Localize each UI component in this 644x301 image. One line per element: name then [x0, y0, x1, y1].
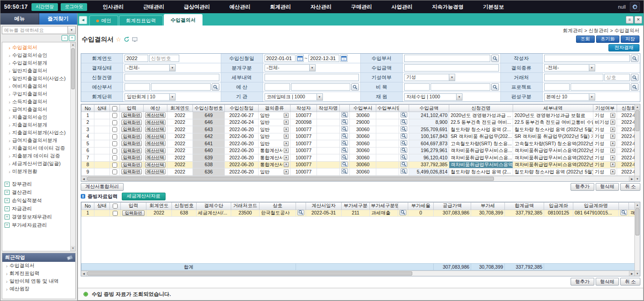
- date-input[interactable]: [265, 55, 296, 62]
- favorites-tab[interactable]: 즐겨찾기: [39, 13, 78, 25]
- row-checkbox[interactable]: [112, 155, 117, 160]
- tab-close-button[interactable]: ✕: [634, 16, 642, 24]
- delete-row-button[interactable]: 행삭제: [596, 278, 619, 286]
- search-lookup-button[interactable]: [212, 83, 219, 91]
- scroll-down-button[interactable]: ▼: [635, 270, 640, 276]
- sidebar-item[interactable]: ›지출결의서승인: [2, 113, 75, 121]
- form-input[interactable]: [149, 55, 179, 62]
- row-budget-button[interactable]: 예산선택: [145, 120, 166, 125]
- search-lookup-button[interactable]: [341, 126, 348, 132]
- menu-tab[interactable]: 메뉴: [0, 13, 39, 25]
- scroll-track[interactable]: [635, 208, 640, 271]
- grid-row[interactable]: 1입력화면예산선택20226492022-06-27일반▼10007730060…: [82, 112, 635, 119]
- search-lookup-button[interactable]: [631, 83, 639, 91]
- scroll-thumb[interactable]: [71, 48, 75, 89]
- logout-button[interactable]: 로그아웃: [61, 3, 87, 11]
- form-input[interactable]: [544, 55, 630, 62]
- calendar-button[interactable]: [296, 55, 304, 62]
- search-lookup-button[interactable]: [400, 133, 407, 139]
- row-input-button[interactable]: 입력화면: [121, 134, 142, 139]
- epay-button[interactable]: 전자결재: [608, 44, 639, 51]
- search-lookup-button[interactable]: [341, 148, 348, 153]
- search-lookup-button[interactable]: [341, 140, 348, 146]
- form-input[interactable]: [431, 83, 490, 91]
- menu-search-input[interactable]: [2, 26, 68, 34]
- recent-item[interactable]: ›수입결의서: [2, 262, 75, 270]
- search-lookup-button[interactable]: [491, 55, 499, 62]
- cell-select[interactable]: 일반▼: [260, 112, 289, 118]
- sidebar-item[interactable]: ›급여지출결의서분개: [2, 137, 75, 144]
- form-input[interactable]: [125, 83, 150, 91]
- sidebar-group-item[interactable]: +경영정보재무관리: [2, 213, 75, 221]
- expand-all-button[interactable]: +: [69, 35, 75, 41]
- recent-item[interactable]: ›예산원장: [2, 285, 75, 293]
- cell-select[interactable]: 기성▼: [595, 133, 615, 139]
- scroll-left-button[interactable]: ◀: [81, 271, 87, 276]
- scroll-down-button[interactable]: ▼: [635, 176, 640, 181]
- cell-select[interactable]: 일반▼: [260, 141, 289, 147]
- cell-select[interactable]: 비기성▼: [595, 119, 615, 125]
- search-button[interactable]: 조회: [576, 36, 595, 43]
- scroll-right-button[interactable]: ▶: [629, 176, 634, 181]
- search-lookup-button[interactable]: [400, 112, 407, 117]
- row-checkbox[interactable]: [112, 127, 117, 132]
- search-lookup-button[interactable]: [631, 55, 639, 62]
- h-scrollbar[interactable]: ◀ ▶: [81, 176, 634, 181]
- row-budget-button[interactable]: 예산선택: [145, 112, 166, 118]
- add-row-button[interactable]: 행추가: [571, 183, 594, 191]
- sidebar-item[interactable]: ›수입결의서승인: [2, 51, 75, 59]
- search-lookup-button[interactable]: [351, 83, 359, 91]
- cancel-button[interactable]: 취 소: [620, 278, 640, 286]
- form-select[interactable]: -전체-▼: [544, 64, 595, 71]
- cell-select[interactable]: 기성▼: [595, 162, 615, 168]
- search-lookup-button[interactable]: [341, 119, 348, 125]
- h-scrollbar[interactable]: ◀ ▶: [81, 270, 634, 276]
- grid-row[interactable]: 7입력화면예산선택20226392022-06-20통합계산서▼10007730…: [82, 154, 635, 162]
- sidebar-group-item[interactable]: +손익실적분석: [2, 196, 75, 204]
- grid-row[interactable]: 5입력화면예산선택20226412022-06-20일반▼10007730060…: [82, 140, 635, 148]
- cancel-button[interactable]: 취 소: [620, 183, 640, 191]
- tab-back-button[interactable]: ◀: [79, 16, 87, 24]
- favorite-star-icon[interactable]: ☆: [116, 36, 121, 43]
- row-budget-button[interactable]: 예산선택: [145, 141, 166, 146]
- scroll-thumb[interactable]: [87, 271, 412, 275]
- add-row-button[interactable]: 행추가: [571, 278, 594, 286]
- scroll-thumb[interactable]: [87, 177, 494, 181]
- row-budget-button[interactable]: 예산선택: [145, 155, 166, 160]
- sidebar-item[interactable]: ›미분개현황: [2, 168, 75, 175]
- row-input-button[interactable]: 입력화면: [121, 141, 142, 146]
- sidebar-item[interactable]: ›구입지출결의서: [2, 90, 75, 98]
- form-select[interactable]: 본예산 10▼: [544, 93, 595, 101]
- row-checkbox[interactable]: [112, 141, 117, 146]
- scroll-up-button[interactable]: ▲: [71, 42, 75, 47]
- form-input[interactable]: [265, 74, 359, 81]
- date-input[interactable]: [308, 55, 339, 62]
- document-tab[interactable]: 수입결의서: [164, 14, 203, 26]
- merge-invoice-button[interactable]: 계산서통합처리: [81, 183, 124, 191]
- cell-select[interactable]: 기성▼: [595, 112, 615, 118]
- cell-select[interactable]: 일반▼: [260, 127, 289, 133]
- row-input-button[interactable]: 입력화면: [122, 210, 145, 216]
- search-lookup-button[interactable]: [341, 168, 348, 174]
- recent-item[interactable]: ›회계전표입력: [2, 270, 75, 277]
- sidebar-item[interactable]: ›지출결의서분개(사업소): [2, 129, 75, 137]
- row-checkbox[interactable]: [113, 211, 118, 216]
- top-nav-item[interactable]: 인사관리: [103, 4, 124, 10]
- collapse-all-button[interactable]: −: [62, 35, 68, 41]
- row-input-button[interactable]: 입력화면: [121, 148, 142, 153]
- save-button[interactable]: 저장: [621, 36, 639, 43]
- scroll-thumb[interactable]: [635, 110, 639, 131]
- cell-select[interactable]: 기성▼: [595, 127, 615, 133]
- sidebar-item[interactable]: ›여비지출결의서: [2, 82, 75, 90]
- search-lookup-button[interactable]: [400, 119, 407, 125]
- top-nav-item[interactable]: 사업관리: [391, 4, 412, 10]
- sidebar-item[interactable]: ›일반지출결의서(사업소): [2, 75, 75, 82]
- reset-button[interactable]: 초기화: [596, 36, 620, 43]
- settings-gear-button[interactable]: [630, 2, 640, 12]
- select-all-checkbox[interactable]: [112, 106, 117, 111]
- top-nav-item[interactable]: 회계관리: [270, 4, 291, 10]
- form-select[interactable]: 기성▼: [404, 74, 455, 81]
- row-checkbox[interactable]: [112, 120, 117, 125]
- search-lookup-button[interactable]: [341, 133, 348, 139]
- document-tab[interactable]: 메인: [89, 15, 118, 26]
